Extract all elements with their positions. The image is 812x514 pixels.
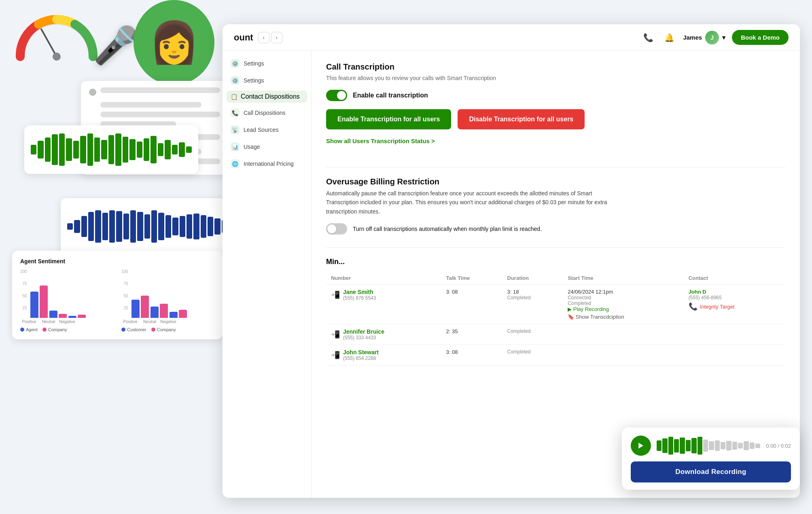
svg-point-1: [53, 53, 61, 61]
row1-name: Jane Smith: [343, 289, 376, 295]
transcription-action-buttons: Enable Transcription for all users Disab…: [326, 109, 785, 129]
header-left: ount ‹ ›: [234, 32, 282, 43]
row2-caller: 📲 Jennifer Bruice (555) 333 4433: [326, 324, 441, 345]
row3-caller: 📲 John Stewart (555) 654 2288: [326, 345, 441, 366]
enable-transcription-button[interactable]: Enable Transcription for all users: [326, 109, 451, 129]
page-title: ount: [234, 32, 253, 43]
audio-player-row: 0:00 / 0:02: [631, 436, 791, 456]
row3-talk-time: 3: 08: [441, 345, 502, 366]
user-menu[interactable]: James J ▾: [683, 31, 725, 44]
sidebar: ⚙️ Settings ⚙️ Settings 📋 Contact Dispos…: [223, 51, 312, 498]
overusage-toggle[interactable]: [326, 223, 347, 235]
row2-phone: (555) 333 4433: [343, 335, 384, 341]
row3-start-time: [563, 345, 683, 366]
app-window: ount ‹ › 📞 🔔 James J ▾ Book a Demo ⚙️: [223, 24, 800, 498]
row1-contact: John D (555) 456-8965 📞 Integrity Target: [684, 285, 785, 324]
nav-forward-button[interactable]: ›: [271, 32, 282, 43]
sidebar-item-settings2[interactable]: ⚙️ Settings: [223, 72, 311, 89]
call-disp-icon: 📞: [231, 108, 240, 117]
download-recording-button[interactable]: Download Recording: [631, 461, 791, 482]
audio-player-popup: 0:00 / 0:02 Download Recording: [622, 427, 800, 490]
audio-time: 0:00 / 0:02: [766, 443, 791, 449]
call-transcription-desc: This feature allows you to review your c…: [326, 74, 785, 82]
row1-caller: 📲 Jane Smith (555) 876 5543: [326, 285, 441, 324]
section-divider-2: [326, 247, 785, 248]
call-transcription-title: Call Transcription: [326, 62, 785, 72]
show-transcription-link[interactable]: 🔖 Show Transcdciption: [568, 314, 678, 320]
overusage-title: Overusage Billing Restriction: [326, 177, 785, 186]
app-header: ount ‹ › 📞 🔔 James J ▾ Book a Demo: [223, 24, 800, 51]
overusage-desc: Automatically pause the call transcripti…: [326, 189, 609, 216]
call-transcription-toggle[interactable]: [326, 90, 347, 101]
sidebar-usage-label: Usage: [244, 144, 260, 150]
col-talk-time: Talk Time: [441, 272, 502, 285]
integrity-link[interactable]: Integrity Target: [700, 304, 735, 310]
sidebar-item-intl-pricing[interactable]: 🌐 International Pricing: [223, 155, 311, 172]
col-start-time: Start Time: [563, 272, 683, 285]
contact-name: John D: [689, 289, 780, 295]
chevron-down-icon: ▾: [722, 34, 725, 41]
enable-toggle-row: Enable call transcription: [326, 90, 785, 101]
row1-start-time: 24/06/2024 12:1pm Connected Completed ▶ …: [563, 285, 683, 324]
col-number: Number: [326, 272, 441, 285]
table-row: 📲 John Stewart (555) 654 2288 3: 08 Comp…: [326, 345, 785, 366]
sidebar-intl-label: International Pricing: [244, 161, 294, 167]
play-recording-link[interactable]: ▶ Play Recording: [568, 306, 678, 312]
book-demo-button[interactable]: Book a Demo: [732, 30, 789, 45]
green-waveform-card: [24, 125, 198, 174]
row1-talk-time: 3: 08: [441, 285, 502, 324]
row2-talk-time: 2: 35: [441, 324, 502, 345]
row3-duration: Completed: [502, 345, 563, 366]
microphone-decoration: 🎤: [93, 24, 138, 67]
toggle-label: Enable call transcription: [353, 92, 428, 99]
sidebar-item-settings1[interactable]: ⚙️ Settings: [223, 55, 311, 72]
overusage-section: Overusage Billing Restriction Automatica…: [326, 177, 785, 235]
call-icon-3: 📲: [331, 351, 340, 360]
sidebar-item-label: Settings: [244, 60, 264, 67]
nav-back-button[interactable]: ‹: [258, 32, 269, 43]
sidebar-call-label: Call Dispositions: [244, 110, 285, 116]
section-divider-1: [326, 167, 785, 167]
sidebar-item-usage[interactable]: 📊 Usage: [223, 138, 311, 155]
sidebar-item-contact-dispositions[interactable]: 📋 Contact Dispositions: [227, 91, 307, 103]
play-button[interactable]: [631, 436, 651, 456]
sidebar-contact-label: Contact Dispositions: [241, 93, 300, 100]
audio-waveform: [657, 437, 761, 455]
row2-name: Jennifer Bruice: [343, 328, 384, 335]
avatar: J: [705, 31, 719, 44]
disable-transcription-button[interactable]: Disable Transcription for all users: [458, 109, 585, 129]
header-right: 📞 🔔 James J ▾ Book a Demo: [641, 30, 789, 45]
settings2-icon: ⚙️: [231, 76, 240, 85]
row2-start-time: [563, 324, 683, 345]
table-row: 📲 Jane Smith (555) 876 5543 3: 08 3: 18: [326, 285, 785, 324]
calls-section: Min... Number Talk Time Duration Start T…: [326, 258, 785, 366]
overusage-toggle-row: Turn off call transcriptions automatical…: [326, 223, 785, 235]
bell-icon-button[interactable]: 🔔: [662, 30, 676, 45]
gauge-decoration: [12, 12, 101, 65]
phone-icon-button[interactable]: 📞: [641, 30, 655, 45]
sidebar-item-lead-sources[interactable]: 📡 Lead Sources: [223, 121, 311, 138]
sentiment-card: Agent Sentiment 100755025: [12, 251, 223, 339]
usage-icon: 📊: [231, 142, 240, 151]
col-duration: Duration: [502, 272, 563, 285]
sentiment-title: Agent Sentiment: [20, 258, 214, 264]
svg-line-0: [41, 29, 57, 57]
call-transcription-section: Call Transcription This feature allows y…: [326, 62, 785, 154]
row3-name: John Stewart: [343, 349, 379, 355]
calls-section-title: Min...: [326, 258, 785, 266]
call-icon: 📲: [331, 290, 340, 299]
row3-contact: [684, 345, 785, 366]
row2-contact: [684, 324, 785, 345]
sidebar-item-call-dispositions[interactable]: 📞 Call Dispositions: [223, 104, 311, 121]
show-all-transcription-link[interactable]: Show all Users Transcription Status >: [326, 137, 435, 144]
calls-table: Number Talk Time Duration Start Time Con…: [326, 272, 785, 366]
col-contact: Contact: [684, 272, 785, 285]
row3-phone: (555) 654 2288: [343, 355, 379, 361]
overusage-toggle-label: Turn off call transcriptions automatical…: [353, 226, 542, 232]
call-icon-2: 📲: [331, 330, 340, 339]
person-avatar-decoration: 👩: [134, 0, 214, 85]
settings-icon: ⚙️: [231, 59, 240, 68]
sidebar-item-label2: Settings: [244, 77, 264, 84]
row1-phone: (555) 876 5543: [343, 295, 376, 301]
row2-duration: Completed: [502, 324, 563, 345]
